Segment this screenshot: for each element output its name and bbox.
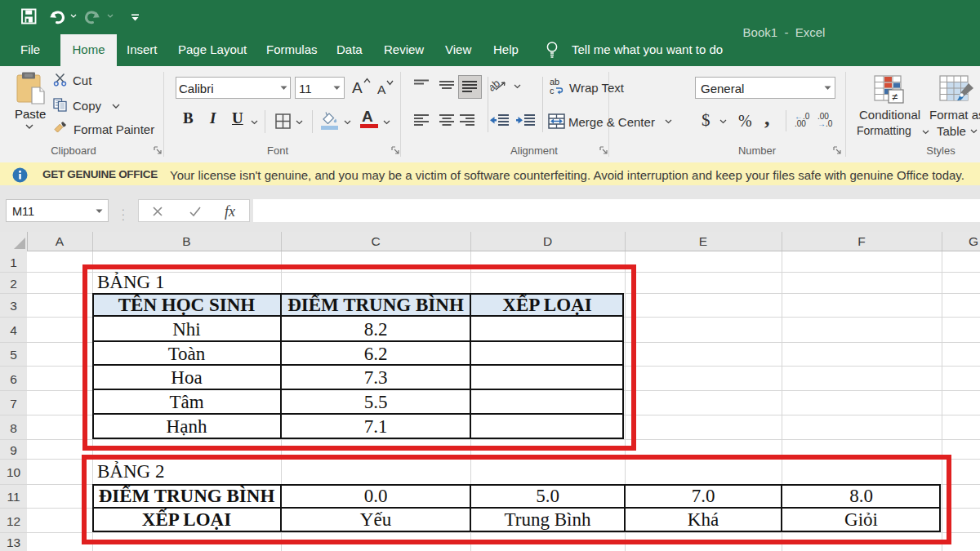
svg-text:c: c [550, 86, 555, 95]
svg-text:ab: ab [490, 77, 502, 93]
svg-text:≠: ≠ [892, 91, 898, 103]
